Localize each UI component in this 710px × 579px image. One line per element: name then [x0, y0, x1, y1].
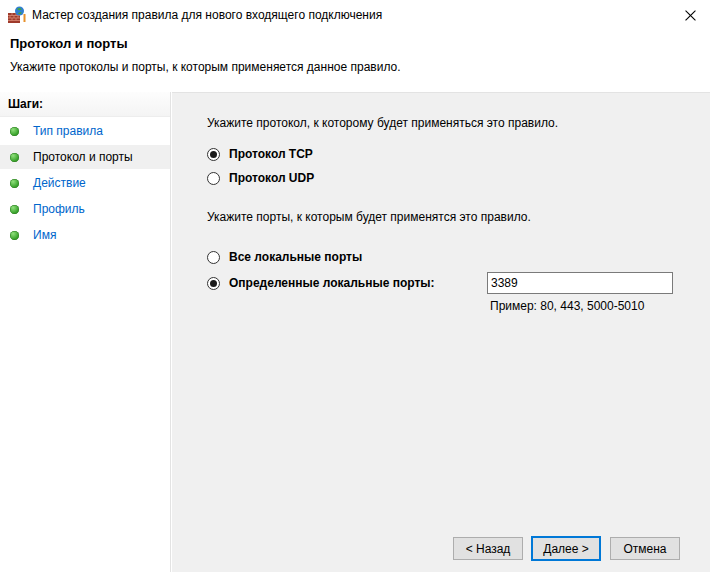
- step-bullet-icon: [10, 231, 19, 240]
- titlebar: Мастер создания правила для нового входя…: [0, 0, 710, 30]
- window-title: Мастер создания правила для нового входя…: [32, 8, 382, 22]
- sidebar-item-protocol-ports[interactable]: Протокол и порты: [0, 145, 170, 169]
- back-button[interactable]: < Назад: [453, 537, 523, 560]
- next-button[interactable]: Далее >: [531, 536, 601, 561]
- page-subtitle: Укажите протоколы и порты, к которым при…: [10, 60, 401, 74]
- radio-all-local-ports[interactable]: [207, 251, 220, 264]
- protocol-instruction: Укажите протокол, к которому будет приме…: [207, 116, 558, 130]
- radio-udp-label[interactable]: Протокол UDP: [229, 171, 314, 185]
- ports-instruction: Укажите порты, к которым будет применятс…: [207, 210, 531, 224]
- ports-input[interactable]: [487, 272, 673, 294]
- radio-specific-local-ports[interactable]: [207, 277, 220, 290]
- close-icon: [685, 10, 696, 21]
- radio-specific-ports-label[interactable]: Определенные локальные порты:: [229, 276, 435, 290]
- radio-row-specific-ports[interactable]: Определенные локальные порты:: [207, 276, 435, 290]
- radio-udp[interactable]: [207, 172, 220, 185]
- step-bullet-icon: [10, 179, 19, 188]
- bottom-strip: [0, 572, 710, 579]
- close-button[interactable]: [678, 4, 702, 26]
- steps-sidebar: Шаги: Тип правила Протокол и порты Дейст…: [0, 92, 171, 572]
- step-bullet-icon: [10, 127, 19, 136]
- cancel-button[interactable]: Отмена: [610, 537, 680, 560]
- sidebar-item-label: Протокол и порты: [33, 150, 133, 164]
- radio-tcp[interactable]: [207, 148, 220, 161]
- step-bullet-icon: [10, 205, 19, 214]
- radio-all-ports-label[interactable]: Все локальные порты: [229, 250, 362, 264]
- radio-tcp-label[interactable]: Протокол TCP: [229, 147, 313, 161]
- sidebar-item-label: Имя: [33, 228, 56, 242]
- ports-example-hint: Пример: 80, 443, 5000-5010: [490, 299, 644, 313]
- sidebar-item-action[interactable]: Действие: [0, 171, 170, 195]
- sidebar-item-profile[interactable]: Профиль: [0, 197, 170, 221]
- firewall-icon: [8, 6, 26, 24]
- radio-row-all-ports[interactable]: Все локальные порты: [207, 250, 362, 264]
- radio-row-tcp[interactable]: Протокол TCP: [207, 147, 313, 161]
- sidebar-item-label: Тип правила: [33, 124, 103, 138]
- page-title: Протокол и порты: [10, 36, 128, 51]
- radio-row-udp[interactable]: Протокол UDP: [207, 171, 314, 185]
- sidebar-item-name[interactable]: Имя: [0, 223, 170, 247]
- steps-heading: Шаги:: [0, 92, 170, 117]
- sidebar-item-label: Действие: [33, 176, 86, 190]
- main-panel: [172, 92, 710, 572]
- step-bullet-icon: [10, 153, 19, 162]
- sidebar-item-rule-type[interactable]: Тип правила: [0, 119, 170, 143]
- sidebar-item-label: Профиль: [33, 202, 85, 216]
